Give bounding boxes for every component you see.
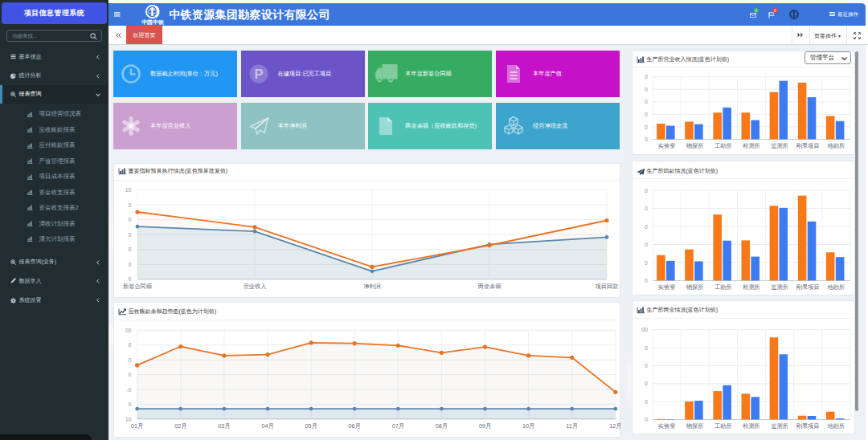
svg-text:10月: 10月 — [522, 422, 534, 430]
svg-text:营业收入: 营业收入 — [244, 283, 267, 290]
svg-text:0: 0 — [129, 202, 132, 208]
svg-text:00: 00 — [125, 328, 132, 333]
svg-text:-0: -0 — [126, 387, 131, 393]
svg-text:物探所: 物探所 — [686, 283, 704, 291]
svg-text:0: 0 — [645, 345, 648, 351]
svg-text:04月: 04月 — [261, 422, 273, 430]
svg-text:10: 10 — [125, 187, 132, 193]
svg-text:02月: 02月 — [174, 422, 186, 430]
svg-text:0: 0 — [129, 232, 132, 238]
svg-text:0: 0 — [645, 260, 648, 266]
svg-text:中国中铁: 中国中铁 — [141, 18, 164, 26]
svg-text:0: 0 — [645, 112, 648, 117]
svg-text:0: 0 — [129, 262, 132, 267]
svg-text:监测所: 监测所 — [771, 283, 788, 291]
svg-text:物探所: 物探所 — [686, 422, 704, 430]
svg-text:0: 0 — [129, 217, 132, 222]
svg-text:08月: 08月 — [436, 422, 448, 430]
svg-text:0: 0 — [129, 401, 132, 407]
svg-text:10: 10 — [125, 417, 132, 422]
svg-text:工勘所: 工勘所 — [714, 283, 732, 291]
svg-text:12月: 12月 — [609, 422, 620, 430]
svg-text:净利润: 净利润 — [363, 283, 381, 290]
svg-text:09月: 09月 — [479, 422, 491, 430]
svg-text:物探所: 物探所 — [686, 142, 704, 149]
svg-text:检测所: 检测所 — [743, 142, 760, 149]
svg-text:检测所: 检测所 — [743, 422, 760, 430]
svg-text:0: 0 — [645, 399, 648, 405]
svg-text:实验室: 实验室 — [658, 283, 676, 291]
svg-text:0: 0 — [645, 242, 648, 247]
svg-text:0: 0 — [645, 381, 648, 386]
svg-text:0: 0 — [645, 87, 648, 92]
svg-text:地勘所: 地勘所 — [827, 142, 845, 149]
svg-text:两金余额: 两金余额 — [477, 283, 502, 290]
svg-text:03月: 03月 — [218, 422, 230, 430]
svg-text:0: 0 — [129, 276, 132, 282]
svg-text:0: 0 — [645, 363, 648, 369]
svg-text:实验室: 实验室 — [658, 142, 676, 149]
svg-text:检测所: 检测所 — [743, 283, 760, 291]
svg-text:0: 0 — [129, 357, 132, 363]
svg-text:刚果项目: 刚果项目 — [796, 422, 820, 430]
svg-text:新签合同额: 新签合同额 — [123, 283, 153, 290]
svg-text:地勘所: 地勘所 — [827, 283, 845, 291]
svg-text:实验室: 实验室 — [658, 422, 676, 430]
svg-text:工勘所: 工勘所 — [714, 142, 732, 149]
svg-text:工勘所: 工勘所 — [714, 422, 732, 430]
svg-text:0: 0 — [645, 124, 648, 130]
svg-text:0: 0 — [129, 342, 132, 348]
svg-text:地勘所: 地勘所 — [827, 422, 845, 430]
svg-text:0: 0 — [645, 417, 648, 422]
svg-text:监测所: 监测所 — [771, 142, 788, 149]
svg-text:11月: 11月 — [566, 422, 578, 430]
svg-text:0: 0 — [645, 278, 648, 283]
svg-text:0: 0 — [645, 188, 648, 194]
svg-text:0: 0 — [645, 206, 648, 211]
svg-text:监测所: 监测所 — [771, 422, 788, 430]
svg-text:00: 00 — [641, 327, 648, 332]
svg-text:07月: 07月 — [392, 422, 404, 430]
svg-text:0: 0 — [645, 136, 648, 142]
svg-text:0: 0 — [129, 372, 132, 377]
svg-text:05月: 05月 — [305, 422, 317, 430]
svg-text:刚果项目: 刚果项目 — [796, 283, 820, 291]
svg-text:P: P — [254, 67, 263, 81]
svg-text:项目回款: 项目回款 — [596, 283, 619, 290]
svg-text:刚果项目: 刚果项目 — [796, 142, 820, 149]
svg-text:0: 0 — [645, 99, 648, 104]
svg-text:06月: 06月 — [349, 422, 361, 430]
svg-text:0: 0 — [129, 246, 132, 252]
svg-text:01月: 01月 — [131, 422, 143, 430]
svg-text:0: 0 — [645, 224, 648, 230]
svg-text:0: 0 — [645, 74, 648, 79]
